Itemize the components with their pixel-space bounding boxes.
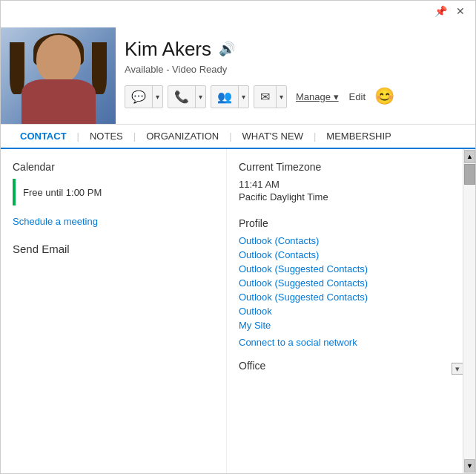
- header-section: Kim Akers 🔊 Available - Video Ready 💬 ▾ …: [1, 22, 475, 125]
- profile-link-2[interactable]: Outlook (Suggested Contacts): [239, 263, 463, 274]
- calendar-free-row: Free until 1:00 PM: [13, 179, 214, 205]
- office-header: Office ▾: [239, 360, 463, 378]
- timezone-name: Pacific Daylight Time: [239, 191, 463, 203]
- timezone-time: 11:41 AM: [239, 179, 463, 190]
- schedule-meeting-link[interactable]: Schedule a meeting: [13, 216, 98, 227]
- scrollbar-down-button[interactable]: ▼: [464, 459, 475, 473]
- scrollbar-thumb[interactable]: [464, 164, 475, 185]
- send-email-title: Send Email: [13, 243, 214, 255]
- left-panel: Calendar Free until 1:00 PM Schedule a m…: [1, 149, 227, 473]
- phone-dropdown-arrow[interactable]: ▾: [196, 89, 205, 105]
- send-email-section: Send Email: [13, 243, 214, 255]
- profile-links: Outlook (Contacts) Outlook (Contacts) Ou…: [239, 235, 463, 331]
- calendar-section: Calendar Free until 1:00 PM Schedule a m…: [13, 161, 214, 228]
- phone-icon: 📞: [168, 86, 196, 108]
- calendar-title: Calendar: [13, 161, 214, 173]
- tab-notes[interactable]: NOTES: [79, 125, 133, 149]
- contact-name: Kim Akers: [125, 38, 211, 61]
- email-dropdown-arrow[interactable]: ▾: [277, 89, 286, 105]
- contact-name-row: Kim Akers 🔊: [125, 38, 457, 61]
- profile-link-5[interactable]: Outlook: [239, 306, 463, 317]
- profile-link-3[interactable]: Outlook (Suggested Contacts): [239, 277, 463, 289]
- hair-left: [10, 42, 24, 94]
- emoji-button[interactable]: 😊: [371, 85, 397, 108]
- tab-organization[interactable]: ORGANIZATION: [136, 125, 229, 149]
- timezone-section: Current Timezone 11:41 AM Pacific Daylig…: [239, 161, 463, 203]
- office-title: Office: [239, 360, 265, 372]
- tab-whats-new[interactable]: WHAT'S NEW: [232, 125, 314, 149]
- right-panel: Current Timezone 11:41 AM Pacific Daylig…: [227, 149, 475, 473]
- tab-contact[interactable]: CONTACT: [10, 125, 77, 149]
- profile-link-1[interactable]: Outlook (Contacts): [239, 249, 463, 260]
- avatar-container: [1, 27, 116, 124]
- content-area: Calendar Free until 1:00 PM Schedule a m…: [1, 149, 475, 473]
- email-button[interactable]: ✉ ▾: [254, 85, 287, 108]
- profile-title: Profile: [239, 217, 463, 229]
- video-button[interactable]: 👥 ▾: [211, 85, 249, 108]
- main-window: 📌 ✕ Kim Akers 🔊 Available - Video Ready: [0, 0, 476, 474]
- calendar-free-text: Free until 1:00 PM: [23, 187, 102, 198]
- chat-icon: 💬: [125, 86, 153, 108]
- tabs: CONTACT | NOTES | ORGANIZATION | WHAT'S …: [1, 125, 475, 149]
- title-bar: 📌 ✕: [1, 1, 475, 22]
- action-buttons: 💬 ▾ 📞 ▾ 👥 ▾ ✉ ▾ Manage ▾: [125, 85, 457, 108]
- office-section: Office ▾: [239, 360, 463, 378]
- head-shape: [36, 35, 81, 83]
- speaker-icon[interactable]: 🔊: [219, 41, 235, 57]
- connect-social-link[interactable]: Connect to a social network: [239, 337, 463, 348]
- hair-right: [92, 42, 107, 94]
- avatar: [1, 27, 116, 124]
- timezone-title: Current Timezone: [239, 161, 463, 173]
- chat-button[interactable]: 💬 ▾: [125, 85, 163, 108]
- video-icon: 👥: [211, 86, 239, 108]
- profile-link-6[interactable]: My Site: [239, 320, 463, 331]
- edit-button[interactable]: Edit: [345, 88, 370, 105]
- scrollbar-track: ▲ ▼: [463, 149, 475, 473]
- profile-link-4[interactable]: Outlook (Suggested Contacts): [239, 292, 463, 303]
- contact-status: Available - Video Ready: [125, 64, 457, 75]
- close-button[interactable]: ✕: [452, 4, 469, 18]
- scrollbar-up-button[interactable]: ▲: [464, 150, 475, 163]
- office-expand-button[interactable]: ▾: [452, 363, 463, 375]
- contact-info: Kim Akers 🔊 Available - Video Ready 💬 ▾ …: [116, 30, 466, 122]
- email-icon: ✉: [254, 86, 277, 108]
- phone-button[interactable]: 📞 ▾: [168, 85, 206, 108]
- profile-section: Profile Outlook (Contacts) Outlook (Cont…: [239, 217, 463, 348]
- chat-dropdown-arrow[interactable]: ▾: [153, 89, 162, 105]
- video-dropdown-arrow[interactable]: ▾: [239, 89, 248, 105]
- profile-link-0[interactable]: Outlook (Contacts): [239, 235, 463, 246]
- manage-button[interactable]: Manage ▾: [291, 88, 343, 105]
- tab-membership[interactable]: MEMBERSHIP: [316, 125, 401, 149]
- free-indicator: [13, 179, 16, 205]
- body-shape: [22, 79, 96, 124]
- pin-button[interactable]: 📌: [430, 4, 452, 18]
